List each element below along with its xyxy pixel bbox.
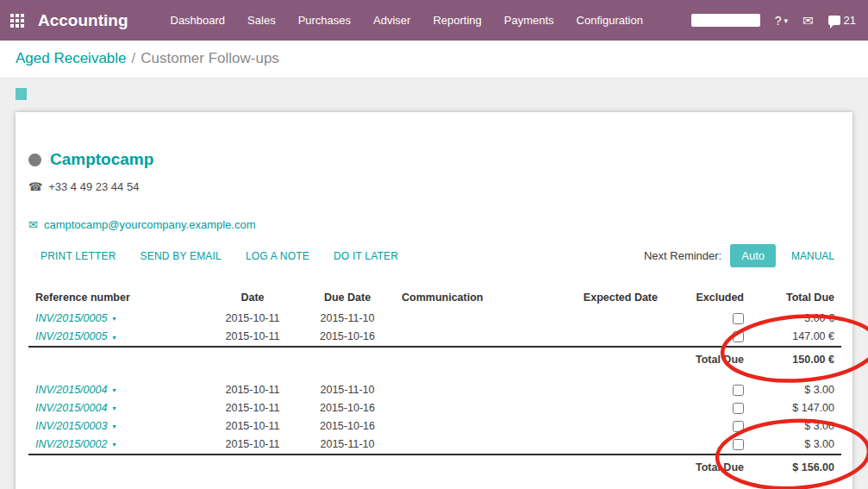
invoice-ref: INV/2015/0004 <box>35 402 107 414</box>
invoice-link[interactable]: INV/2015/0004▾ <box>35 384 116 396</box>
excluded-checkbox[interactable] <box>733 313 744 324</box>
cell-due-date: 2015-10-16 <box>300 328 395 347</box>
followup-table: Reference number Date Due Date Communica… <box>28 288 841 480</box>
invoice-ref: INV/2015/0005 <box>35 330 107 342</box>
invoice-ref: INV/2015/0004 <box>35 384 107 396</box>
apps-grid-icon[interactable] <box>10 14 24 28</box>
phone-row: ☎ +33 4 49 23 44 54 <box>28 180 841 193</box>
messages-envelope-icon[interactable]: ✉ <box>802 14 814 27</box>
send-by-email-button[interactable]: SEND BY EMAIL <box>128 245 234 267</box>
invoice-link[interactable]: INV/2015/0003▾ <box>35 420 116 432</box>
cell-expected-date <box>563 328 665 347</box>
speech-bubble-icon <box>828 16 840 25</box>
header-due-date: Due Date <box>300 288 395 310</box>
envelope-icon: ✉ <box>28 218 38 231</box>
breadcrumb-current: Customer Follow-ups <box>141 50 279 66</box>
table-row: INV/2015/0004▾ 2015-10-11 2015-10-16 $ 1… <box>28 399 841 417</box>
group-total-row: Total Due 150.00 € <box>28 347 841 372</box>
excluded-checkbox[interactable] <box>733 385 744 396</box>
actions-row: PRINT LETTER SEND BY EMAIL LOG A NOTE DO… <box>28 244 841 267</box>
main-menu: Dashboard Sales Purchases Adviser Report… <box>159 0 654 41</box>
cell-expected-date <box>563 436 665 455</box>
total-due-label: Total Due <box>665 455 751 480</box>
table-row: INV/2015/0004▾ 2015-10-11 2015-11-10 $ 3… <box>28 380 841 398</box>
cell-date: 2015-10-11 <box>205 310 300 328</box>
cell-communication <box>395 436 563 455</box>
customer-phone: +33 4 49 23 44 54 <box>48 180 139 193</box>
cell-communication <box>395 399 563 417</box>
table-header-row: Reference number Date Due Date Communica… <box>28 288 841 310</box>
menu-item-reporting[interactable]: Reporting <box>422 0 492 41</box>
customer-email-link[interactable]: camptocamp@yourcompany.example.com <box>44 218 256 231</box>
invoice-ref: INV/2015/0002 <box>35 438 107 450</box>
cell-communication <box>395 328 563 347</box>
chevron-down-icon: ▾ <box>112 441 116 448</box>
customer-name: Camptocamp <box>50 150 153 169</box>
menu-item-sales[interactable]: Sales <box>236 0 287 41</box>
topbar: Accounting Dashboard Sales Purchases Adv… <box>0 0 868 41</box>
excluded-checkbox[interactable] <box>733 421 744 432</box>
cell-date: 2015-10-11 <box>205 399 300 417</box>
cell-due-date: 2015-11-10 <box>300 436 395 455</box>
header-reference-number: Reference number <box>28 288 205 310</box>
chevron-down-icon: ▾ <box>112 334 116 342</box>
group-total-row: Total Due $ 156.00 <box>28 455 841 480</box>
message-count: 21 <box>844 14 856 27</box>
menu-item-configuration[interactable]: Configuration <box>565 0 654 41</box>
chevron-down-icon: ▾ <box>112 315 116 323</box>
chevron-down-icon: ▾ <box>784 16 788 25</box>
excluded-checkbox[interactable] <box>733 439 744 450</box>
cell-date: 2015-10-11 <box>205 328 300 347</box>
print-letter-button[interactable]: PRINT LETTER <box>28 245 128 267</box>
email-row: ✉ camptocamp@yourcompany.example.com <box>28 218 841 231</box>
cell-due-date: 2015-10-16 <box>300 399 395 417</box>
teal-marker <box>16 88 27 100</box>
log-a-note-button[interactable]: LOG A NOTE <box>234 245 322 267</box>
invoice-link[interactable]: INV/2015/0002▾ <box>35 438 116 450</box>
invoice-ref: INV/2015/0005 <box>35 312 107 324</box>
breadcrumb: Aged Receivable/Customer Follow-ups <box>0 41 868 78</box>
do-it-later-button[interactable]: DO IT LATER <box>322 245 410 267</box>
invoice-link[interactable]: INV/2015/0005▾ <box>35 330 116 342</box>
cell-due-date: 2015-11-10 <box>300 310 395 328</box>
app-title: Accounting <box>38 11 128 30</box>
menu-item-purchases[interactable]: Purchases <box>287 0 362 41</box>
breadcrumb-separator: / <box>132 50 136 66</box>
header-date: Date <box>205 288 300 310</box>
cell-communication <box>395 417 563 436</box>
menu-item-adviser[interactable]: Adviser <box>362 0 422 41</box>
chevron-down-icon: ▾ <box>112 386 116 394</box>
topbar-search-input[interactable] <box>691 14 760 27</box>
help-menu[interactable]: ? ▾ <box>775 14 788 28</box>
total-due-value: $ 156.00 <box>751 455 841 480</box>
cell-expected-date <box>563 417 665 436</box>
table-row: INV/2015/0003▾ 2015-10-11 2015-10-16 $ 3… <box>28 417 841 436</box>
cell-communication <box>395 310 563 328</box>
menu-item-dashboard[interactable]: Dashboard <box>159 0 237 41</box>
excluded-checkbox[interactable] <box>733 403 744 414</box>
cell-expected-date <box>563 380 665 398</box>
menu-item-payments[interactable]: Payments <box>493 0 565 41</box>
invoice-link[interactable]: INV/2015/0005▾ <box>35 312 116 324</box>
cell-expected-date <box>563 310 665 328</box>
customer-header: Camptocamp <box>28 150 841 169</box>
excluded-checkbox[interactable] <box>733 331 744 342</box>
header-expected-date: Expected Date <box>563 288 665 310</box>
chevron-down-icon: ▾ <box>112 423 116 430</box>
followup-sheet: Camptocamp ☎ +33 4 49 23 44 54 ✉ camptoc… <box>16 112 852 489</box>
next-reminder-cluster: Next Reminder: Auto MANUAL <box>644 244 841 267</box>
invoice-link[interactable]: INV/2015/0004▾ <box>35 402 116 414</box>
chat-counter[interactable]: 21 <box>828 14 856 27</box>
reminder-manual-button[interactable]: MANUAL <box>784 245 841 267</box>
invoice-ref: INV/2015/0003 <box>35 420 107 432</box>
chevron-down-icon: ▾ <box>112 404 116 412</box>
cell-total-due: $ 3.00 <box>751 380 841 398</box>
cell-total-due: $ 147.00 <box>751 399 841 417</box>
total-due-label: Total Due <box>665 347 751 372</box>
table-row: INV/2015/0005▾ 2015-10-11 2015-11-10 3.0… <box>28 310 841 328</box>
next-reminder-label: Next Reminder: <box>644 249 721 262</box>
reminder-auto-button[interactable]: Auto <box>730 244 776 267</box>
cell-date: 2015-10-11 <box>205 417 300 436</box>
breadcrumb-parent-link[interactable]: Aged Receivable <box>16 50 127 66</box>
cell-due-date: 2015-11-10 <box>300 380 395 398</box>
